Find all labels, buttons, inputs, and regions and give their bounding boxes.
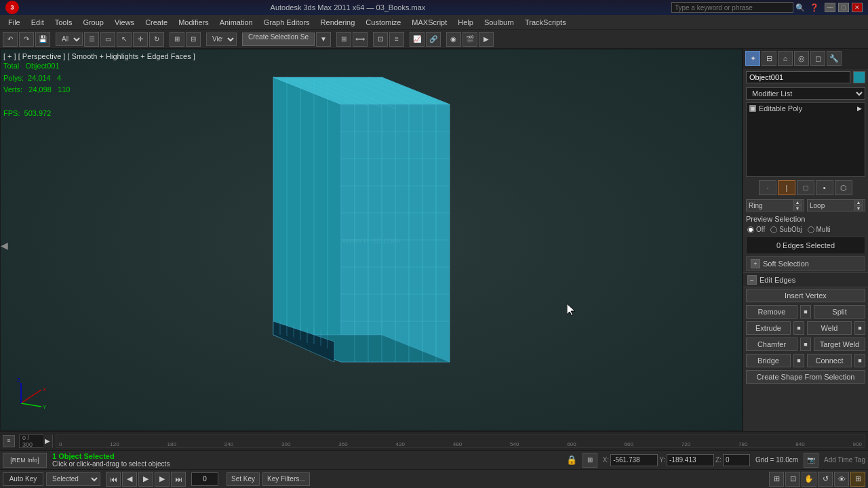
render-button[interactable]: ▶	[479, 32, 494, 47]
menu-tools[interactable]: Tools	[50, 17, 78, 28]
undo-button[interactable]: ↶	[3, 32, 18, 47]
timeline-options-button[interactable]: ≡	[3, 435, 15, 447]
remove-settings-button[interactable]: ■	[800, 305, 811, 319]
menu-edit[interactable]: Edit	[26, 17, 50, 28]
modifier-bulb-icon[interactable]: ■	[749, 105, 756, 112]
align-button[interactable]: ⊡	[373, 32, 388, 47]
add-time-tag-button[interactable]: Add Time Tag	[824, 456, 865, 464]
selected-filter-dropdown[interactable]: Selected	[46, 472, 100, 486]
mirror-button[interactable]: ⊟	[186, 32, 201, 47]
layer-button[interactable]: ≡	[389, 32, 404, 47]
maximize-viewport-button[interactable]: ⊞	[850, 472, 865, 487]
pan-button[interactable]: ✋	[802, 472, 816, 487]
named-selection-button[interactable]: ⊞	[336, 32, 351, 47]
play-button[interactable]: ▶	[138, 472, 153, 487]
ring-down-button[interactable]: ▼	[793, 205, 802, 211]
loop-up-button[interactable]: ▲	[854, 199, 863, 205]
create-panel-icon[interactable]: ✦	[745, 51, 760, 66]
remove-button[interactable]: Remove	[746, 305, 797, 319]
extrude-button[interactable]: Extrude	[746, 321, 791, 335]
bridge-settings-button[interactable]: ■	[793, 354, 804, 367]
radio-subobj-circle[interactable]	[770, 226, 777, 233]
element-subobj-button[interactable]: ⬡	[835, 180, 852, 195]
x-coordinate-input[interactable]	[610, 454, 658, 466]
select-filter-dropdown[interactable]: All	[56, 33, 83, 46]
camera-icon[interactable]: 📷	[804, 453, 818, 468]
radio-off-circle[interactable]	[747, 226, 754, 233]
menu-rendering[interactable]: Rendering	[315, 17, 361, 28]
edge-subobj-button[interactable]: |	[778, 180, 795, 195]
y-coordinate-input[interactable]	[667, 454, 714, 466]
extrude-settings-button[interactable]: ■	[793, 321, 804, 335]
bridge-button[interactable]: Bridge	[746, 354, 791, 367]
orbit-button[interactable]: ↺	[818, 472, 833, 487]
close-button[interactable]: ✕	[852, 3, 863, 12]
ring-up-button[interactable]: ▲	[793, 199, 802, 205]
motion-panel-icon[interactable]: ◎	[794, 51, 809, 66]
render-setup-button[interactable]: 🎬	[462, 32, 477, 47]
menu-group[interactable]: Group	[77, 17, 109, 28]
menu-help[interactable]: Help	[452, 17, 479, 28]
menu-trackscripts[interactable]: TrackScripts	[519, 17, 572, 28]
reference-coord-dropdown[interactable]: View	[206, 33, 237, 46]
chamfer-settings-button[interactable]: ■	[800, 338, 811, 351]
menu-animation[interactable]: Animation	[214, 17, 258, 28]
edit-edges-section-header[interactable]: − Edit Edges	[743, 272, 868, 287]
weld-settings-button[interactable]: ■	[854, 321, 865, 335]
next-frame-button[interactable]: ▶	[155, 472, 170, 487]
target-weld-button[interactable]: Target Weld	[814, 338, 865, 351]
edit-edges-collapse-icon[interactable]: −	[747, 275, 757, 285]
connect-settings-button[interactable]: ■	[854, 354, 865, 367]
z-coordinate-input[interactable]	[723, 454, 750, 466]
field-of-view-button[interactable]: 👁	[834, 472, 849, 487]
loop-down-button[interactable]: ▼	[854, 205, 863, 211]
connect-button[interactable]: Connect	[807, 354, 852, 367]
loop-spinner[interactable]: ▲ ▼	[854, 199, 863, 211]
schematic-button[interactable]: 🔗	[426, 32, 441, 47]
go-to-end-button[interactable]: ⏭	[171, 472, 186, 487]
search-input[interactable]	[671, 2, 793, 13]
editable-poly-stack-item[interactable]: ■ Editable Poly ▶	[747, 103, 865, 114]
set-key-button[interactable]: Set Key	[226, 472, 260, 486]
display-panel-icon[interactable]: ◻	[810, 51, 825, 66]
modifier-list-dropdown[interactable]: Modifier List	[746, 87, 865, 100]
split-button[interactable]: Split	[814, 305, 865, 319]
prev-frame-button[interactable]: ◀	[122, 472, 137, 487]
help-icon[interactable]: ❓	[810, 3, 819, 12]
lock-icon[interactable]: 🔒	[566, 455, 577, 465]
search-icon[interactable]: 🔍	[795, 3, 805, 12]
menu-views[interactable]: Views	[109, 17, 140, 28]
loop-dropdown[interactable]: Loop ▲ ▼	[807, 199, 865, 211]
create-selection-set-button[interactable]: Create Selection Se	[242, 33, 315, 46]
timeline-ruler[interactable]: 0 120 180 240 300 360 420 480 540 600 66…	[56, 434, 865, 448]
border-subobj-button[interactable]: □	[797, 180, 814, 195]
move-button[interactable]: ✛	[133, 32, 148, 47]
panel-scroll-area[interactable]: Ring ▲ ▼ Loop ▲ ▼ Preview Selection	[743, 197, 868, 431]
soft-selection-rollout[interactable]: + Soft Selection	[746, 256, 865, 271]
menu-file[interactable]: File	[3, 17, 26, 28]
create-selection-dropdown[interactable]: ▼	[316, 32, 331, 47]
radio-multi-circle[interactable]	[808, 226, 814, 233]
window-controls[interactable]: — □ ✕	[825, 3, 863, 12]
maximize-button[interactable]: □	[838, 3, 849, 12]
vertex-subobj-button[interactable]: ·	[759, 180, 776, 195]
menu-create[interactable]: Create	[140, 17, 173, 28]
utilities-panel-icon[interactable]: 🔧	[827, 51, 842, 66]
radio-subobj[interactable]: SubObj	[770, 226, 802, 233]
zoom-region-button[interactable]: ⊡	[785, 472, 800, 487]
go-to-start-button[interactable]: ⏮	[106, 472, 121, 487]
menu-modifiers[interactable]: Modifiers	[173, 17, 214, 28]
zoom-extents-button[interactable]: ⊞	[769, 472, 784, 487]
menu-customize[interactable]: Customize	[360, 17, 406, 28]
select-button[interactable]: ↖	[117, 32, 132, 47]
object-color-box[interactable]	[853, 71, 865, 83]
ring-dropdown[interactable]: Ring ▲ ▼	[746, 199, 804, 211]
weld-button[interactable]: Weld	[807, 321, 852, 335]
rotate-button[interactable]: ↻	[149, 32, 164, 47]
menu-maxscript[interactable]: MAXScript	[406, 17, 452, 28]
curve-editor-button[interactable]: 📈	[410, 32, 425, 47]
menu-graph-editors[interactable]: Graph Editors	[258, 17, 315, 28]
radio-off[interactable]: Off	[747, 226, 765, 233]
key-filters-button[interactable]: Key Filters...	[262, 472, 310, 486]
soft-selection-expand-icon[interactable]: +	[751, 259, 760, 268]
